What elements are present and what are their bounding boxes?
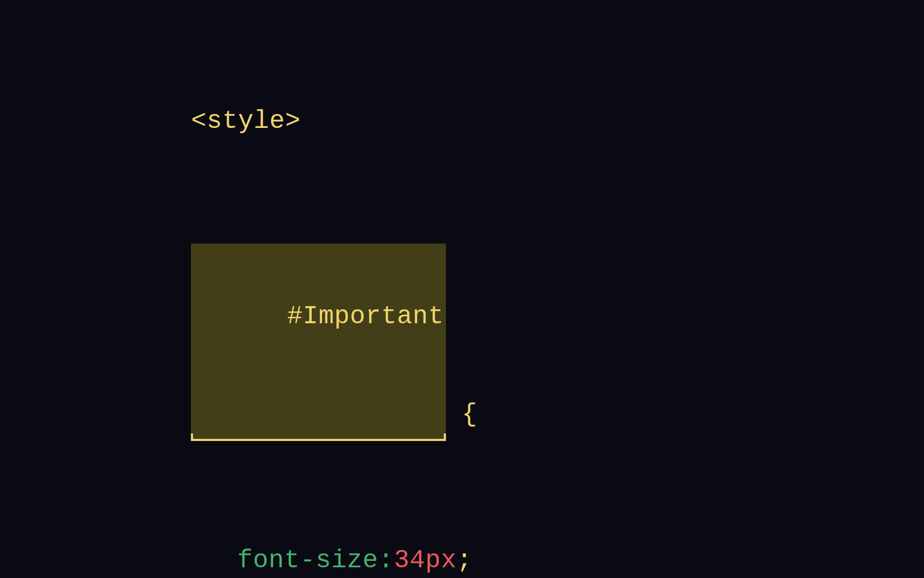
brace-open: { (446, 399, 478, 428)
css-selector: #Important (287, 302, 444, 331)
css-property: font-size: (237, 546, 394, 575)
css-value: 34px (394, 546, 457, 575)
style-open-tag: <style> (191, 107, 301, 135)
code-line-2: #Important { (128, 195, 924, 488)
code-line-1: <style> (128, 48, 924, 195)
semicolon: ; (457, 546, 472, 575)
code-snippet: <style> #Important { font-size:34px; } <… (0, 0, 924, 578)
selector-highlight: #Important (191, 244, 446, 439)
code-line-3: font-size:34px; (128, 488, 924, 578)
